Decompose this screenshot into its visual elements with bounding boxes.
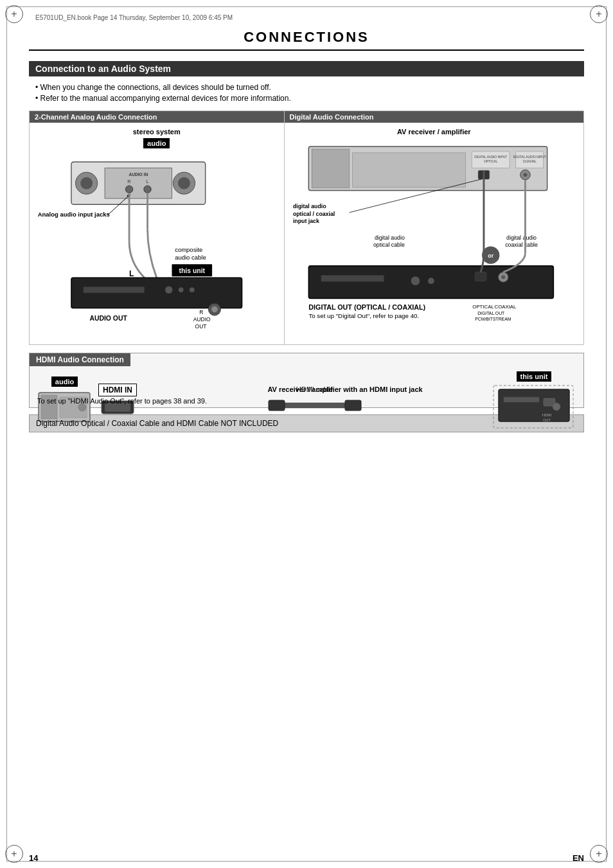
svg-text:COAXIAL: COAXIAL — [494, 304, 516, 310]
hdmi-audio-badge: audio — [51, 376, 78, 387]
corner-decoration-tr — [590, 5, 608, 23]
svg-text:DIGITAL AUDIO INPUT: DIGITAL AUDIO INPUT — [513, 155, 546, 159]
svg-point-21 — [165, 286, 172, 293]
analog-title: 2-Channel Analog Audio Connection — [30, 111, 284, 123]
svg-text:optical / coaxial: optical / coaxial — [292, 211, 334, 217]
section-header: Connection to an Audio System — [29, 61, 584, 76]
svg-text:audio cable: audio cable — [175, 254, 206, 261]
svg-rect-32 — [312, 149, 350, 188]
svg-text:Analog audio input jacks: Analog audio input jacks — [38, 211, 110, 218]
svg-point-10 — [144, 186, 151, 193]
svg-text:PCM/BITSTREAM: PCM/BITSTREAM — [475, 317, 511, 321]
svg-text:this unit: this unit — [179, 267, 206, 274]
digital-section: Digital Audio Connection AV receiver / a… — [285, 111, 583, 344]
page-language: EN — [573, 853, 584, 863]
svg-point-9 — [125, 186, 132, 193]
svg-point-81 — [553, 403, 560, 411]
hdmi-cable-svg — [263, 396, 366, 415]
svg-text:AUDIO IN: AUDIO IN — [129, 172, 148, 177]
svg-rect-74 — [283, 403, 347, 408]
svg-text:OPTICAL: OPTICAL — [472, 304, 494, 310]
hdmi-this-unit-group: this unit HDMI OUT — [492, 371, 576, 429]
digital-diagram: AV receiver / amplifier DIGITAL AUDIO IN… — [285, 123, 583, 332]
svg-rect-76 — [345, 400, 361, 411]
svg-point-4 — [178, 177, 190, 190]
svg-point-42 — [523, 173, 527, 177]
svg-text:coaxial cable: coaxial cable — [505, 242, 538, 248]
svg-text:input jack: input jack — [292, 218, 319, 224]
svg-point-22 — [179, 287, 184, 292]
svg-text:OPTICAL: OPTICAL — [484, 160, 497, 163]
svg-text:optical cable: optical cable — [373, 242, 404, 248]
hdmi-title: HDMI Audio Connection — [30, 353, 130, 366]
svg-point-55 — [411, 276, 420, 285]
svg-text:To set up "Digital Out", refer: To set up "Digital Out", refer to page 4… — [308, 312, 419, 319]
svg-text:DIGITAL OUT: DIGITAL OUT — [477, 311, 505, 315]
svg-text:R: R — [127, 179, 131, 184]
svg-text:L: L — [146, 179, 148, 184]
svg-rect-33 — [352, 153, 465, 188]
notes-list: When you change the connections, all dev… — [29, 83, 584, 103]
page-title: CONNECTIONS — [29, 29, 584, 51]
svg-text:AUDIO OUT: AUDIO OUT — [89, 315, 127, 322]
svg-text:OUT: OUT — [195, 323, 207, 330]
svg-text:HDMI: HDMI — [542, 413, 552, 417]
svg-text:digital audio: digital audio — [374, 235, 404, 241]
svg-text:L: L — [129, 269, 134, 278]
hdmi-section: HDMI Audio Connection audio HDMI IN — [29, 353, 584, 408]
corner-decoration-br — [590, 845, 608, 863]
svg-text:COAXIAL: COAXIAL — [522, 160, 536, 163]
page-content: CONNECTIONS Connection to an Audio Syste… — [29, 29, 584, 839]
svg-rect-79 — [504, 397, 539, 402]
svg-point-56 — [427, 278, 434, 284]
svg-text:digital audio: digital audio — [292, 203, 326, 209]
hdmi-receiver-label: AV receiver / amplifier with an HDMI inp… — [107, 385, 583, 393]
analog-diagram-svg: AUDIO IN R L Analog audio input jacks co… — [35, 151, 279, 337]
svg-point-30 — [211, 306, 217, 312]
svg-text:AUDIO: AUDIO — [193, 316, 211, 323]
digital-title: Digital Audio Connection — [285, 111, 583, 123]
analog-diagram: stereo system audio — [30, 123, 284, 344]
svg-point-59 — [501, 275, 505, 279]
connections-diagram-area: 2-Channel Analog Audio Connection stereo… — [29, 111, 584, 345]
svg-point-2 — [80, 177, 93, 190]
av-receiver-label: AV receiver / amplifier — [290, 128, 578, 136]
file-info: E5701UD_EN.book Page 14 Thursday, Septem… — [35, 14, 233, 21]
analog-section: 2-Channel Analog Audio Connection stereo… — [30, 111, 285, 344]
svg-point-23 — [190, 287, 195, 292]
hdmi-this-unit-badge: this unit — [517, 371, 552, 382]
page-footer: 14 EN — [29, 853, 584, 863]
svg-rect-20 — [84, 287, 145, 292]
svg-rect-54 — [321, 275, 384, 281]
svg-text:OUT: OUT — [543, 418, 551, 422]
svg-rect-75 — [269, 400, 285, 411]
svg-text:or: or — [488, 252, 493, 259]
svg-rect-57 — [475, 272, 486, 281]
svg-text:composite: composite — [175, 246, 202, 253]
corner-decoration-bl — [5, 845, 23, 863]
note-2: Refer to the manual accompanying externa… — [35, 94, 584, 103]
digital-diagram-svg: DIGITAL AUDIO INPUT OPTICAL DIGITAL AUDI… — [290, 138, 578, 324]
svg-text:digital audio: digital audio — [506, 235, 537, 241]
page-number: 14 — [29, 853, 38, 863]
note-1: When you change the connections, all dev… — [35, 83, 584, 92]
svg-text:DIGITAL OUT (OPTICAL / COAXIAL: DIGITAL OUT (OPTICAL / COAXIAL) — [308, 303, 425, 311]
stereo-label: stereo system — [35, 128, 279, 136]
svg-text:DIGITAL AUDIO INPUT: DIGITAL AUDIO INPUT — [474, 155, 507, 159]
svg-text:R: R — [199, 309, 203, 315]
corner-decoration-tl — [5, 5, 23, 23]
audio-badge-analog: audio — [35, 138, 279, 148]
